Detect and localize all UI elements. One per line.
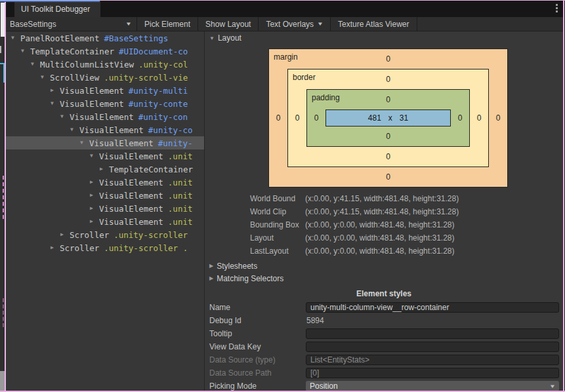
foldout-stylesheets[interactable]: ▶Stylesheets [209,260,283,272]
ui-toolkit-debugger-window: UI Toolkit Debugger BaseSettings ▼ Pick … [6,1,563,391]
chevron-down-icon[interactable]: ▼ [10,35,20,41]
tooltip-field[interactable] [306,328,559,339]
chevron-down-icon[interactable]: ▼ [49,100,60,106]
bounds-row: World Bound(x:0.00, y:41.15, width:481.4… [205,192,563,205]
tree-row[interactable]: ▼VisualElement.unit [6,149,204,163]
background-fragment [0,63,5,83]
element-tree: ▼PanelRootElement#BaseSettings▼TemplateC… [6,31,205,391]
tree-row[interactable]: ▼VisualElement#unity-conte [6,97,204,110]
tree-element-class: .unit [168,178,193,187]
chevron-down-icon[interactable]: ▼ [79,140,89,146]
bounds-row: Layout(x:0.00, y:0.00, width:481.48, hei… [205,231,563,245]
chevron-down-icon[interactable]: ▼ [39,74,50,80]
panel-picker-dropdown[interactable]: BaseSettings ▼ [6,17,136,31]
tree-row[interactable]: ▼TemplateContainer#UIDocument-co [6,45,204,58]
tree-row[interactable]: ▶Scroller.unity-scroller . [6,241,204,254]
foldout-matching-selectors[interactable]: ▶Matching Selectors [209,272,283,284]
tree-row[interactable]: ▼MultiColumnListView.unity-col [6,58,204,71]
border-right-value: 0 [470,89,488,147]
chevron-right-icon[interactable]: ▶ [89,179,99,185]
padding-left-value: 0 [307,109,325,127]
titlebar: UI Toolkit Debugger [6,1,563,17]
border-left-value: 0 [288,89,306,147]
bounds-label: LastLayout [250,246,305,256]
bounds-value: (x:0.00, y:41.15, width:481.48, height:3… [305,207,459,216]
tree-row[interactable]: ▼VisualElement#unity-con [6,110,204,123]
field-label: Data Source Path [209,368,306,378]
field-label: Picking Mode [209,382,306,391]
field-control [306,342,559,352]
chevron-right-icon[interactable]: ▶ [49,87,60,93]
chevron-down-icon[interactable]: ▼ [20,48,30,54]
tree-element-id: #unity-conte [129,99,188,109]
field-label: Tooltip [209,329,306,338]
layout-foldout[interactable]: ▼ Layout [209,31,241,45]
tab-ui-toolkit-debugger[interactable]: UI Toolkit Debugger [14,1,100,17]
chevron-down-icon[interactable]: ▼ [69,127,79,132]
foldout-label: Stylesheets [217,262,257,271]
field-control [306,302,559,313]
chevron-down-icon[interactable]: ▼ [30,61,40,67]
pick-highlight-border [5,0,6,392]
tree-row[interactable]: ▶VisualElement#unity-multi [6,84,204,97]
tree-row[interactable]: ▶Scroller.unity-scroller [6,228,204,241]
field-label: View Data Key [209,342,306,351]
padding-bottom-value: 0 [307,127,469,146]
active-tab-highlight [0,1,100,2]
bounds-label: Layout [250,233,305,243]
tree-element-class: .unit [168,191,193,201]
tree-element-class: .unit [168,204,193,214]
view-data-key-field[interactable] [306,342,559,352]
field-label: Debug Id [209,316,306,325]
bounds-row: LastLayout(x:0.00, y:0.00, width:481.48,… [205,245,563,258]
tree-row[interactable]: ▼VisualElement#unity- [6,136,204,149]
tree-row[interactable]: ▼ScrollView.unity-scroll-vie [6,71,204,84]
tree-row[interactable]: ▶TemplateContainer [6,163,204,176]
toolbar-button-text-overlays[interactable]: Text Overlays▼ [258,17,330,31]
border-bottom-value: 0 [288,147,488,167]
tree-element-type: MultiColumnListView [40,60,134,69]
toolbar-button-label: Pick Element [144,20,190,29]
toolbar-button-texture-atlas-viewer[interactable]: Texture Atlas Viewer [330,17,417,31]
picking-mode-dropdown[interactable]: Position▼ [306,381,559,391]
bounds-label: World Clip [250,207,305,216]
toolbar-button-show-layout[interactable]: Show Layout [198,17,258,31]
tree-element-id: #unity- [158,138,193,148]
bounds-value: (x:0.00, y:41.15, width:481.48, height:3… [305,194,459,203]
tree-row[interactable]: ▶VisualElement.unit [6,189,204,202]
kebab-menu-icon[interactable] [556,4,558,14]
bounds-label: Bounding Box [250,220,305,229]
chevron-right-icon[interactable]: ▶ [59,231,70,237]
margin-left-value: 0 [269,69,287,167]
debug-id-value: 5894 [306,316,324,325]
chevron-right-icon[interactable]: ▶ [49,245,60,250]
padding-right-value: 0 [451,109,469,127]
tree-element-id: #UIDocument-co [119,47,188,56]
chevron-right-icon[interactable]: ▶ [89,218,99,224]
tree-element-type: Scroller [70,230,109,240]
chevron-right-icon[interactable]: ▶ [89,205,99,211]
toolbar-button-pick-element[interactable]: Pick Element [136,17,198,31]
border-top-value: 0 [386,75,390,84]
chevron-down-icon[interactable]: ▼ [59,113,70,119]
chevron-down-icon[interactable]: ▼ [89,153,99,159]
bounds-value: (x:0.00, y:0.00, width:481.48, height:31… [305,246,454,256]
bounds-value: (x:0.00, y:0.00, width:481.48, height:31… [305,233,454,243]
tree-element-id: #unity-multi [129,86,188,96]
chevron-right-icon[interactable]: ▶ [98,166,109,172]
tree-row[interactable]: ▶VisualElement.unit [6,202,204,215]
tree-element-id: #unity-co [148,125,193,135]
tree-element-type: VisualElement [89,138,154,148]
tree-row[interactable]: ▶VisualElement.unit [6,215,204,228]
tree-element-class: .unity-scroll-vie [104,73,188,83]
tree-row[interactable]: ▼VisualElement#unity-co [6,123,204,136]
tree-element-type: TemplateContainer [109,165,193,174]
chevron-right-icon[interactable]: ▶ [89,192,99,198]
tree-row[interactable]: ▼PanelRootElement#BaseSettings [6,31,204,45]
data-source-type-field [306,355,559,365]
field-row-debug-id: Debug Id5894 [205,314,563,327]
bounds-list: World Bound(x:0.00, y:41.15, width:481.4… [205,192,563,258]
tree-row[interactable]: ▶VisualElement.unit [6,176,204,189]
bounds-value: (x:0.00, y:0.00, width:481.48, height:31… [305,220,454,229]
name-field[interactable] [306,302,559,313]
